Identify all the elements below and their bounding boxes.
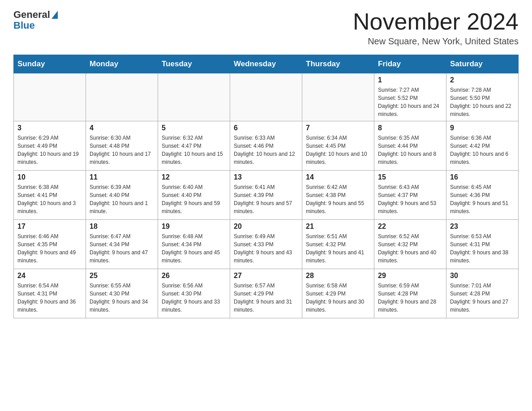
calendar-header-row: Sunday Monday Tuesday Wednesday Thursday…	[14, 55, 519, 73]
table-row: 30Sunrise: 7:01 AMSunset: 4:28 PMDayligh…	[446, 269, 519, 318]
day-info: Sunrise: 6:42 AMSunset: 4:38 PMDaylight:…	[306, 183, 370, 215]
table-row: 2Sunrise: 7:28 AMSunset: 5:50 PMDaylight…	[446, 73, 519, 121]
day-info: Sunrise: 6:43 AMSunset: 4:37 PMDaylight:…	[378, 183, 442, 215]
day-info: Sunrise: 6:53 AMSunset: 4:31 PMDaylight:…	[450, 232, 515, 265]
table-row: 8Sunrise: 6:35 AMSunset: 4:44 PMDaylight…	[374, 121, 446, 171]
day-number: 8	[378, 124, 442, 132]
col-monday: Monday	[86, 55, 158, 73]
day-info: Sunrise: 6:35 AMSunset: 4:44 PMDaylight:…	[378, 134, 442, 166]
logo-general-text: General	[13, 9, 50, 21]
table-row: 14Sunrise: 6:42 AMSunset: 4:38 PMDayligh…	[302, 171, 374, 220]
table-row: 29Sunrise: 6:59 AMSunset: 4:28 PMDayligh…	[374, 269, 446, 318]
day-info: Sunrise: 6:45 AMSunset: 4:36 PMDaylight:…	[450, 183, 515, 215]
day-info: Sunrise: 6:52 AMSunset: 4:32 PMDaylight:…	[378, 232, 442, 265]
day-number: 15	[378, 173, 442, 181]
day-info: Sunrise: 6:49 AMSunset: 4:33 PMDaylight:…	[234, 232, 298, 265]
day-info: Sunrise: 6:51 AMSunset: 4:32 PMDaylight:…	[306, 232, 370, 265]
col-tuesday: Tuesday	[158, 55, 230, 73]
table-row: 26Sunrise: 6:56 AMSunset: 4:30 PMDayligh…	[158, 269, 230, 318]
day-number: 24	[17, 272, 82, 280]
day-number: 11	[90, 173, 154, 181]
day-info: Sunrise: 6:36 AMSunset: 4:42 PMDaylight:…	[450, 134, 515, 166]
day-info: Sunrise: 6:29 AMSunset: 4:49 PMDaylight:…	[17, 134, 82, 166]
table-row: 28Sunrise: 6:58 AMSunset: 4:29 PMDayligh…	[302, 269, 374, 318]
logo-blue-text: Blue	[13, 20, 35, 31]
day-info: Sunrise: 6:47 AMSunset: 4:34 PMDaylight:…	[90, 232, 154, 265]
day-number: 26	[162, 272, 226, 280]
table-row: 13Sunrise: 6:41 AMSunset: 4:39 PMDayligh…	[230, 171, 302, 220]
title-block: November 2024 New Square, New York, Unit…	[353, 9, 519, 47]
day-number: 29	[378, 272, 442, 280]
day-info: Sunrise: 6:30 AMSunset: 4:48 PMDaylight:…	[90, 134, 154, 166]
table-row: 10Sunrise: 6:38 AMSunset: 4:41 PMDayligh…	[14, 171, 86, 220]
day-number: 5	[162, 124, 226, 132]
day-info: Sunrise: 6:33 AMSunset: 4:46 PMDaylight:…	[234, 134, 298, 166]
table-row: 5Sunrise: 6:32 AMSunset: 4:47 PMDaylight…	[158, 121, 230, 171]
logo: General Blue	[13, 9, 58, 31]
day-number: 17	[17, 223, 82, 231]
day-number: 14	[306, 173, 370, 181]
page-title: November 2024	[353, 9, 519, 34]
day-number: 20	[234, 223, 298, 231]
day-number: 18	[90, 223, 154, 231]
day-number: 6	[234, 124, 298, 132]
calendar-week-row: 3Sunrise: 6:29 AMSunset: 4:49 PMDaylight…	[14, 121, 519, 171]
col-friday: Friday	[374, 55, 446, 73]
table-row	[158, 73, 230, 121]
table-row: 21Sunrise: 6:51 AMSunset: 4:32 PMDayligh…	[302, 220, 374, 269]
calendar-week-row: 17Sunrise: 6:46 AMSunset: 4:35 PMDayligh…	[14, 220, 519, 269]
day-number: 12	[162, 173, 226, 181]
table-row: 11Sunrise: 6:39 AMSunset: 4:40 PMDayligh…	[86, 171, 158, 220]
day-number: 3	[17, 124, 82, 132]
day-number: 7	[306, 124, 370, 132]
day-number: 13	[234, 173, 298, 181]
table-row: 22Sunrise: 6:52 AMSunset: 4:32 PMDayligh…	[374, 220, 446, 269]
table-row	[230, 73, 302, 121]
calendar-table: Sunday Monday Tuesday Wednesday Thursday…	[13, 55, 519, 318]
table-row: 12Sunrise: 6:40 AMSunset: 4:40 PMDayligh…	[158, 171, 230, 220]
col-wednesday: Wednesday	[230, 55, 302, 73]
table-row	[14, 73, 86, 121]
day-info: Sunrise: 7:27 AMSunset: 5:52 PMDaylight:…	[378, 86, 442, 118]
day-number: 19	[162, 223, 226, 231]
day-number: 10	[17, 173, 82, 181]
day-number: 22	[378, 223, 442, 231]
table-row: 23Sunrise: 6:53 AMSunset: 4:31 PMDayligh…	[446, 220, 519, 269]
day-info: Sunrise: 6:46 AMSunset: 4:35 PMDaylight:…	[17, 232, 82, 265]
day-info: Sunrise: 6:41 AMSunset: 4:39 PMDaylight:…	[234, 183, 298, 215]
day-number: 30	[450, 272, 515, 280]
table-row: 3Sunrise: 6:29 AMSunset: 4:49 PMDaylight…	[14, 121, 86, 171]
table-row	[302, 73, 374, 121]
day-number: 4	[90, 124, 154, 132]
table-row	[86, 73, 158, 121]
table-row: 1Sunrise: 7:27 AMSunset: 5:52 PMDaylight…	[374, 73, 446, 121]
table-row: 6Sunrise: 6:33 AMSunset: 4:46 PMDaylight…	[230, 121, 302, 171]
day-info: Sunrise: 6:57 AMSunset: 4:29 PMDaylight:…	[234, 282, 298, 314]
table-row: 20Sunrise: 6:49 AMSunset: 4:33 PMDayligh…	[230, 220, 302, 269]
table-row: 4Sunrise: 6:30 AMSunset: 4:48 PMDaylight…	[86, 121, 158, 171]
table-row: 16Sunrise: 6:45 AMSunset: 4:36 PMDayligh…	[446, 171, 519, 220]
day-info: Sunrise: 6:39 AMSunset: 4:40 PMDaylight:…	[90, 183, 154, 215]
day-info: Sunrise: 6:56 AMSunset: 4:30 PMDaylight:…	[162, 282, 226, 314]
day-info: Sunrise: 6:54 AMSunset: 4:31 PMDaylight:…	[17, 282, 82, 314]
table-row: 25Sunrise: 6:55 AMSunset: 4:30 PMDayligh…	[86, 269, 158, 318]
day-number: 25	[90, 272, 154, 280]
day-number: 21	[306, 223, 370, 231]
day-info: Sunrise: 6:48 AMSunset: 4:34 PMDaylight:…	[162, 232, 226, 265]
day-info: Sunrise: 6:59 AMSunset: 4:28 PMDaylight:…	[378, 282, 442, 314]
day-info: Sunrise: 6:40 AMSunset: 4:40 PMDaylight:…	[162, 183, 226, 215]
day-number: 23	[450, 223, 515, 231]
day-info: Sunrise: 6:38 AMSunset: 4:41 PMDaylight:…	[17, 183, 82, 215]
calendar-week-row: 24Sunrise: 6:54 AMSunset: 4:31 PMDayligh…	[14, 269, 519, 318]
table-row: 24Sunrise: 6:54 AMSunset: 4:31 PMDayligh…	[14, 269, 86, 318]
day-number: 28	[306, 272, 370, 280]
table-row: 9Sunrise: 6:36 AMSunset: 4:42 PMDaylight…	[446, 121, 519, 171]
table-row: 15Sunrise: 6:43 AMSunset: 4:37 PMDayligh…	[374, 171, 446, 220]
col-saturday: Saturday	[446, 55, 519, 73]
logo-triangle-icon	[51, 11, 58, 19]
day-info: Sunrise: 6:32 AMSunset: 4:47 PMDaylight:…	[162, 134, 226, 166]
page-header: General Blue November 2024 New Square, N…	[13, 9, 519, 47]
table-row: 17Sunrise: 6:46 AMSunset: 4:35 PMDayligh…	[14, 220, 86, 269]
table-row: 18Sunrise: 6:47 AMSunset: 4:34 PMDayligh…	[86, 220, 158, 269]
table-row: 7Sunrise: 6:34 AMSunset: 4:45 PMDaylight…	[302, 121, 374, 171]
